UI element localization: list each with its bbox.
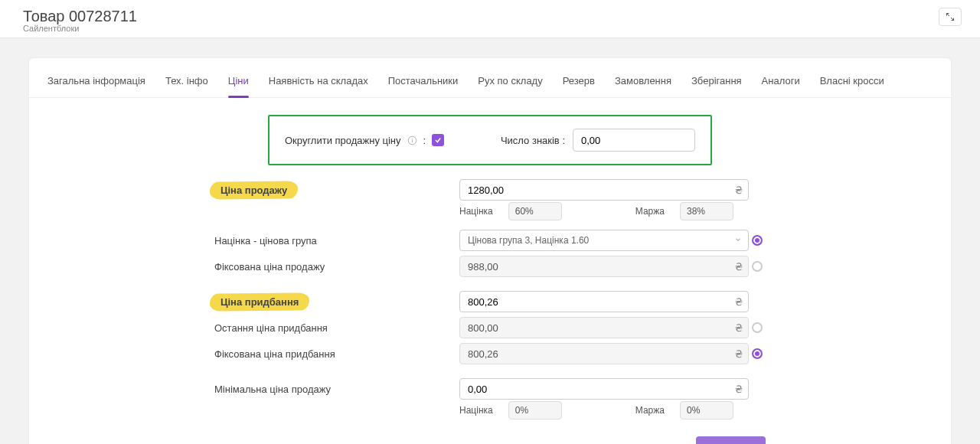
svg-point-2 — [412, 138, 413, 139]
rounding-left: Округлити продажну ціну : — [285, 134, 444, 146]
row-markup-group: Націнка - цінова група Цінова група 3, Н… — [214, 230, 766, 251]
min-sale-label: Мінімальна ціна продажу — [214, 384, 459, 395]
tab-storage[interactable]: Зберігання — [691, 75, 742, 97]
sale-price-subrow: Націнка Маржа — [459, 202, 766, 220]
min-margin-label: Маржа — [635, 405, 665, 416]
markup-group-label: Націнка - цінова група — [214, 235, 459, 246]
margin-input — [680, 202, 733, 220]
rounding-checkbox[interactable] — [432, 134, 444, 146]
min-markup-input — [508, 401, 562, 420]
chevron-down-icon — [734, 235, 742, 246]
tab-reserve[interactable]: Резерв — [563, 75, 595, 97]
tab-own-crosses[interactable]: Власні кросси — [820, 75, 884, 97]
tab-tech[interactable]: Тех. інфо — [165, 75, 208, 97]
header-title-block: Товар 00728711 Сайлентблоки — [23, 8, 137, 33]
row-last-purchase: Остання ціна придбання ₴ — [214, 317, 766, 338]
save-button[interactable]: Зберегти — [696, 436, 766, 444]
purchase-price-label: Ціна придбання — [214, 295, 305, 309]
markup-group-select[interactable]: Цінова група 3, Націнка 1.60 — [459, 230, 749, 251]
tab-orders[interactable]: Замовлення — [615, 75, 671, 97]
product-card: Загальна інформація Тех. інфо Ціни Наявн… — [29, 58, 951, 444]
tab-general[interactable]: Загальна інформація — [47, 75, 145, 97]
digits-label: Число знаків : — [501, 135, 565, 146]
markup-input — [508, 202, 562, 220]
row-fixed-purchase: Фіксована ціна придбання ₴ — [214, 343, 766, 364]
last-purchase-input — [459, 317, 749, 338]
row-purchase-price: Ціна придбання ₴ — [214, 291, 766, 312]
panel-footer: Зберегти — [214, 429, 766, 444]
prices-panel: Округлити продажну ціну : Число знаків :… — [29, 98, 951, 444]
tab-analogs[interactable]: Аналоги — [762, 75, 800, 97]
min-sale-subrow: Націнка Маржа — [459, 401, 766, 420]
currency-icon: ₴ — [735, 261, 743, 273]
last-purchase-label: Остання ціна придбання — [214, 322, 459, 334]
purchase-price-input[interactable] — [459, 291, 749, 312]
min-margin-input — [680, 401, 733, 420]
tab-prices[interactable]: Ціни — [228, 75, 249, 97]
min-markup-label: Націнка — [459, 405, 493, 416]
page-header: Товар 00728711 Сайлентблоки — [0, 0, 980, 38]
sale-price-input[interactable] — [459, 179, 749, 201]
fixed-sale-input — [459, 256, 749, 277]
fixed-purchase-input — [459, 343, 749, 364]
rounding-right: Число знаків : — [501, 129, 695, 152]
rounding-box: Округлити продажну ціну : Число знаків : — [268, 115, 712, 165]
margin-label: Маржа — [635, 206, 665, 217]
tabs: Загальна інформація Тех. інфо Ціни Наявн… — [29, 58, 951, 98]
markup-label: Націнка — [459, 206, 493, 217]
row-sale-price: Ціна продажу ₴ — [214, 179, 766, 201]
min-sale-input[interactable] — [459, 378, 749, 400]
last-purchase-radio[interactable] — [752, 322, 763, 333]
fixed-sale-radio[interactable] — [752, 261, 763, 272]
currency-icon: ₴ — [735, 296, 743, 308]
currency-icon: ₴ — [735, 348, 743, 360]
page-title: Товар 00728711 — [23, 8, 137, 25]
fixed-sale-label: Фіксована ціна продажу — [214, 261, 459, 273]
tab-stock[interactable]: Наявність на складах — [269, 75, 368, 97]
fixed-purchase-label: Фіксована ціна придбання — [214, 348, 459, 360]
expand-icon — [946, 12, 955, 21]
row-fixed-sale: Фіксована ціна продажу ₴ — [214, 256, 766, 277]
row-min-sale: Мінімальна ціна продажу ₴ — [214, 378, 766, 400]
digits-input[interactable] — [573, 129, 695, 152]
tab-suppliers[interactable]: Постачальники — [388, 75, 459, 97]
rounding-label: Округлити продажну ціну — [285, 135, 401, 146]
expand-button[interactable] — [939, 8, 962, 26]
tab-stock-movement[interactable]: Рух по складу — [478, 75, 542, 97]
currency-icon: ₴ — [735, 184, 743, 196]
form-area: Ціна продажу ₴ Націнка Маржа Націнка - ц… — [214, 179, 766, 420]
info-icon[interactable] — [407, 135, 417, 145]
sale-price-label: Ціна продажу — [214, 183, 293, 198]
currency-icon: ₴ — [735, 322, 743, 334]
fixed-purchase-radio[interactable] — [752, 348, 763, 359]
markup-group-radio[interactable] — [752, 235, 763, 246]
currency-icon: ₴ — [735, 384, 743, 395]
